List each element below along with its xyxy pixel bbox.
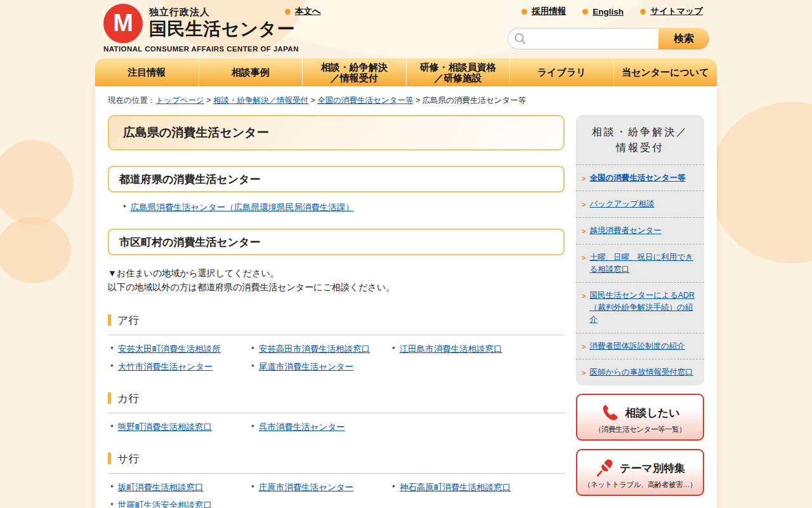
list-item: ●大竹市消費生活センター bbox=[110, 361, 251, 373]
nav-tab[interactable]: ライブラリ bbox=[509, 58, 613, 86]
theme-banner[interactable]: テーマ別特集 （ネットトラブル、高齢者被害…） bbox=[576, 449, 704, 496]
breadcrumb-prefix: 現在の位置： bbox=[108, 96, 155, 105]
bullet-icon: ● bbox=[251, 363, 254, 368]
sidebar-menu-item[interactable]: >国民生活センターによるADR（裁判外紛争解決手続）の紹介 bbox=[576, 282, 704, 332]
nav-tab[interactable]: 相談・紛争解決 ／情報受付 bbox=[302, 58, 406, 86]
center-link[interactable]: 広島県消費生活センター（広島県環境県民局消費生活課） bbox=[131, 202, 354, 213]
header-utility-link[interactable]: サイトマップ bbox=[640, 6, 703, 17]
bullet-icon: ● bbox=[110, 345, 114, 351]
sidebar-menu-item[interactable]: >消費者団体訴訟制度の紹介 bbox=[576, 333, 704, 359]
sidebar-menu-item[interactable]: >全国の消費生活センター等 bbox=[576, 164, 704, 191]
header-utility-link-label[interactable]: サイトマップ bbox=[650, 6, 703, 17]
nav-tab[interactable]: 相談事例 bbox=[199, 58, 303, 86]
center-link[interactable]: 安芸高田市消費生活相談窓口 bbox=[259, 344, 370, 355]
group-heading: サ行 bbox=[108, 451, 565, 474]
nav-tab[interactable]: 注目情報 bbox=[95, 58, 199, 86]
org-name: 国民生活センター bbox=[149, 18, 295, 40]
bullet-icon: ● bbox=[123, 203, 126, 209]
sidebar-menu-link[interactable]: 消費者団体訴訟制度の紹介 bbox=[589, 340, 684, 352]
list-item: ●坂町消費生活相談窓口 bbox=[110, 482, 251, 493]
select-area-note: ▼お住まいの地域から選択してください。 bbox=[108, 266, 565, 280]
sidebar-menu-link[interactable]: 越境消費者センター bbox=[589, 225, 661, 237]
pushpin-icon bbox=[595, 458, 614, 478]
content-area: 現在の位置：トップページ > 相談・紛争解決／情報受付 > 全国の消費生活センタ… bbox=[95, 86, 717, 508]
sidebar-menu-item[interactable]: >越境消費者センター bbox=[576, 217, 704, 244]
header: M 独立行政法人 国民生活センター NATIONAL CONSUMER AFFA… bbox=[0, 0, 812, 58]
center-link[interactable]: 坂町消費生活相談窓口 bbox=[118, 482, 204, 493]
background-circle bbox=[0, 217, 71, 283]
municipal-section-heading: 市区町村の消費生活センター bbox=[108, 229, 565, 255]
header-utility-link-label[interactable]: 採用情報 bbox=[532, 6, 566, 17]
bullet-icon: ● bbox=[392, 483, 395, 489]
consult-banner-title: 相談したい bbox=[625, 406, 679, 420]
sidebar-menu-link[interactable]: 医師からの事故情報受付窓口 bbox=[589, 366, 693, 378]
sidebar-menu-link[interactable]: バックアップ相談 bbox=[589, 198, 654, 210]
site-logo[interactable]: M 独立行政法人 国民生活センター NATIONAL CONSUMER AFFA… bbox=[103, 4, 299, 53]
municipal-group: サ行●坂町消費生活相談窓口●庄原市消費生活センター●神石高原町消費生活相談窓口●… bbox=[108, 451, 565, 508]
sidebar-menu-item[interactable]: >医師からの事故情報受付窓口 bbox=[576, 359, 704, 385]
group-link-list: ●坂町消費生活相談窓口●庄原市消費生活センター●神石高原町消費生活相談窓口●世羅… bbox=[110, 482, 565, 508]
global-navigation: 注目情報相談事例相談・紛争解決 ／情報受付研修・相談員資格 ／研修施設ライブラリ… bbox=[95, 58, 717, 86]
section-bar-icon bbox=[108, 314, 111, 326]
center-link[interactable]: 呉市消費生活センター bbox=[259, 422, 345, 433]
group-label: サ行 bbox=[117, 451, 139, 466]
theme-banner-title: テーマ別特集 bbox=[620, 461, 685, 476]
breadcrumb-link[interactable]: 相談・紛争解決／情報受付 bbox=[213, 96, 308, 105]
section-bar-icon bbox=[108, 453, 111, 464]
nav-tab[interactable]: 研修・相談員資格 ／研修施設 bbox=[406, 58, 510, 86]
header-utility-link[interactable]: 採用情報 bbox=[521, 6, 566, 17]
center-link[interactable]: 庄原市消費生活センター bbox=[259, 482, 353, 493]
center-link[interactable]: 大竹市消費生活センター bbox=[118, 361, 213, 373]
search-icon bbox=[514, 32, 527, 45]
skip-link-label[interactable]: 本文へ bbox=[295, 6, 321, 17]
background-circle bbox=[0, 140, 74, 225]
sidebar-menu-link[interactable]: 全国の消費生活センター等 bbox=[589, 172, 685, 184]
chevron-right-icon: > bbox=[582, 291, 586, 302]
group-label: ア行 bbox=[117, 313, 139, 328]
chevron-right-icon: > bbox=[582, 253, 586, 264]
header-utility-link-label[interactable]: English bbox=[593, 7, 624, 17]
search-input[interactable] bbox=[508, 28, 658, 50]
list-item: ●安芸太田町消費生活相談所 bbox=[110, 344, 251, 355]
breadcrumb-link[interactable]: 全国の消費生活センター等 bbox=[317, 96, 413, 105]
center-link[interactable]: 安芸太田町消費生活相談所 bbox=[118, 344, 221, 355]
bullet-icon bbox=[640, 9, 646, 15]
header-utility-link[interactable]: English bbox=[582, 6, 624, 17]
list-item: ●庄原市消費生活センター bbox=[251, 482, 392, 493]
breadcrumb-link[interactable]: トップページ bbox=[155, 96, 204, 105]
prefecture-center-list: ●広島県消費生活センター（広島県環境県民局消費生活課） bbox=[123, 202, 565, 213]
search-button[interactable]: 検索 bbox=[658, 28, 709, 50]
list-item: ●安芸高田市消費生活相談窓口 bbox=[251, 344, 392, 355]
center-link[interactable]: 尾道市消費生活センター bbox=[259, 361, 353, 373]
nav-tab[interactable]: 当センターについて bbox=[613, 58, 717, 86]
breadcrumb-separator: > bbox=[204, 96, 213, 105]
bullet-icon bbox=[521, 9, 527, 15]
center-link[interactable]: 神石高原町消費生活相談窓口 bbox=[400, 482, 511, 493]
chevron-right-icon: > bbox=[582, 173, 586, 184]
sidebar-menu: >全国の消費生活センター等>バックアップ相談>越境消費者センター>土曜、日曜、祝… bbox=[576, 164, 704, 386]
sidebar-menu-link[interactable]: 国民生活センターによるADR（裁判外紛争解決手続）の紹介 bbox=[589, 290, 699, 325]
center-link[interactable]: 江田島市消費生活相談窓口 bbox=[400, 344, 502, 355]
bullet-icon: ● bbox=[110, 423, 114, 429]
center-link[interactable]: 熊野町消費生活相談窓口 bbox=[118, 422, 213, 433]
group-link-list: ●熊野町消費生活相談窓口●呉市消費生活センター bbox=[110, 422, 565, 433]
sidebar-menu-link[interactable]: 土曜、日曜、祝日に利用できる相談窓口 bbox=[589, 251, 699, 276]
other-area-note: 以下の地域以外の方は都道府県の消費生活センターにご相談ください。 bbox=[108, 280, 565, 294]
bullet-icon: ● bbox=[392, 345, 395, 351]
background-circle bbox=[709, 102, 812, 264]
breadcrumb: 現在の位置：トップページ > 相談・紛争解決／情報受付 > 全国の消費生活センタ… bbox=[108, 86, 704, 106]
sidebar-panel: 相談・紛争解決／ 情報受付 >全国の消費生活センター等>バックアップ相談>越境消… bbox=[576, 115, 704, 385]
bullet-icon: ● bbox=[110, 483, 114, 489]
org-type: 独立行政法人 bbox=[149, 6, 295, 18]
consult-banner[interactable]: 相談したい （消費生活センター等一覧） bbox=[576, 394, 704, 441]
list-item: ●神石高原町消費生活相談窓口 bbox=[392, 482, 533, 493]
header-utility-links: 採用情報Englishサイトマップ bbox=[521, 6, 703, 17]
page-title: 広島県の消費生活センター bbox=[108, 115, 565, 150]
municipal-groups: ア行●安芸太田町消費生活相談所●安芸高田市消費生活相談窓口●江田島市消費生活相談… bbox=[108, 313, 565, 508]
group-heading: ア行 bbox=[108, 313, 565, 335]
sidebar-menu-item[interactable]: >バックアップ相談 bbox=[576, 190, 704, 217]
skip-to-content-link[interactable]: 本文へ bbox=[285, 6, 321, 17]
consult-banner-subtitle: （消費生活センター等一覧） bbox=[577, 425, 703, 434]
sidebar-menu-item[interactable]: >土曜、日曜、祝日に利用できる相談窓口 bbox=[576, 244, 704, 283]
center-link[interactable]: 世羅町生活安全相談窓口 bbox=[118, 500, 213, 508]
